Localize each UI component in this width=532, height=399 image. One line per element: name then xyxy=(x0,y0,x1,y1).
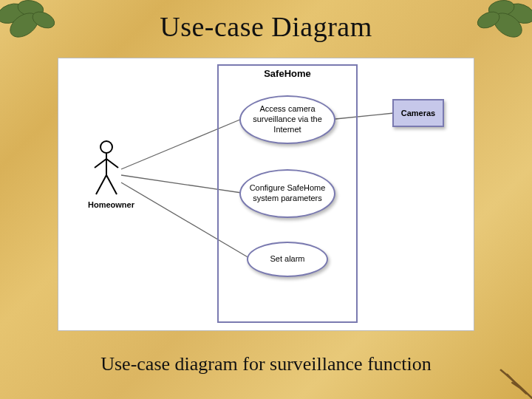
svg-point-12 xyxy=(100,141,112,153)
slide-title: Use-case Diagram xyxy=(0,0,532,43)
svg-line-15 xyxy=(106,159,118,168)
usecase-access-camera: Access camera surveillance via the Inter… xyxy=(239,95,335,144)
usecase-label: Set alarm xyxy=(270,254,304,265)
svg-line-16 xyxy=(96,175,106,194)
diagram-panel: SafeHome Access camera surveillance via … xyxy=(58,58,474,331)
external-entity-label: Cameras xyxy=(401,109,435,117)
actor-homeowner: Homeowner xyxy=(88,140,125,209)
usecase-label: Configure SafeHome system parameters xyxy=(248,183,327,204)
usecase-label: Access camera surveillance via the Inter… xyxy=(248,104,327,134)
svg-line-14 xyxy=(95,159,106,168)
slide-caption: Use-case diagram for surveillance functi… xyxy=(0,353,532,375)
external-entity-cameras: Cameras xyxy=(392,99,444,127)
actor-label: Homeowner xyxy=(88,200,125,209)
usecase-set-alarm: Set alarm xyxy=(247,242,328,277)
decorative-leaf-icon xyxy=(471,0,532,46)
usecase-configure-parameters: Configure SafeHome system parameters xyxy=(239,169,335,218)
svg-line-17 xyxy=(106,175,117,194)
system-name-label: SafeHome xyxy=(219,64,356,79)
decorative-leaf-icon xyxy=(0,0,61,46)
actor-stick-figure-icon xyxy=(92,140,121,199)
